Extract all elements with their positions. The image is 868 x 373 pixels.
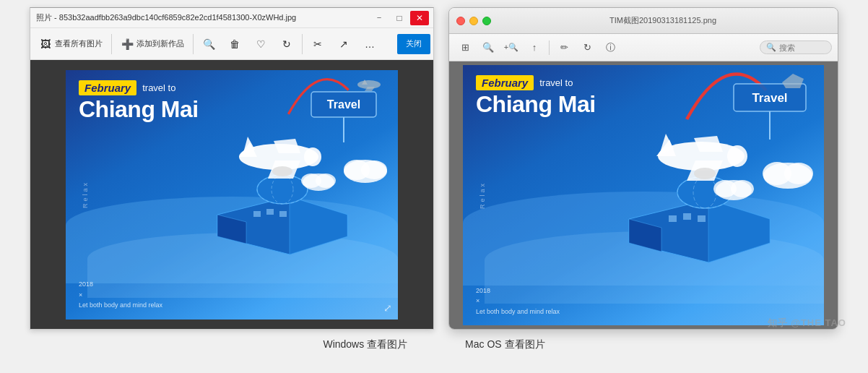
windows-viewer: 照片 - 853b32aadfbb263a9dbc140cf6859c82e2c… [30,7,434,330]
edit-button[interactable]: ✂ [305,32,330,56]
mac-caption: Mac OS 查看图片 [465,338,544,351]
windows-caption: Windows 查看图片 [323,338,407,351]
svg-point-21 [361,160,387,179]
mac-info-button[interactable]: ⓘ [600,38,620,57]
travel-to-text: travel to [142,82,175,93]
windows-toolbar: 🖼 查看所有图片 ➕ 添加到新作品 🔍 🗑 ♡ ↻ ✂ [30,28,433,60]
mac-toolbar-divider [549,40,550,55]
edit-icon: ✂ [311,38,324,51]
heart-button[interactable]: ♡ [248,32,273,56]
share-button[interactable]: ↗ [331,32,356,56]
february-tag: February [79,80,136,95]
mac-edit-icon: ✏ [560,42,568,53]
mac-zoom-in-button[interactable]: +🔍 [501,38,521,57]
maximize-button[interactable]: □ [390,11,409,25]
svg-rect-6 [253,211,261,217]
svg-point-52 [731,180,754,197]
view-all-label: 查看所有图片 [55,38,103,49]
mac-viewer: TIM截图20190313181125.png ⊞ 🔍 +🔍 ↑ ✏ ↻ [448,7,838,330]
close-button[interactable]: ✕ [410,11,429,25]
mac-maximize-dot[interactable] [482,17,491,25]
windows-titlebar: 照片 - 853b32aadfbb263a9dbc140cf6859c82e2c… [30,8,433,28]
mac-toolbar: ⊞ 🔍 +🔍 ↑ ✏ ↻ ⓘ 🔍 [449,34,838,61]
close-action-button[interactable]: 关闭 [397,34,430,54]
svg-text:Travel: Travel [327,98,360,111]
add-icon: ➕ [121,38,134,51]
mac-titlebar: TIM截图20190313181125.png [449,8,838,34]
rotate-icon: ↻ [280,38,293,51]
mac-edit-button[interactable]: ✏ [554,38,574,57]
svg-rect-35 [683,213,691,220]
watermark: 知乎 @THE TAO [768,317,846,330]
cloud-decoration-2 [297,164,340,193]
minimize-button[interactable]: － [370,11,389,25]
mac-zoom-in-icon: +🔍 [504,43,518,52]
view-all-button[interactable]: 🖼 查看所有图片 [33,32,108,56]
mac-zoom-out-button[interactable]: 🔍 [478,38,498,57]
add-label: 添加到新作品 [136,38,184,49]
mac-info-icon: ⓘ [606,41,615,54]
rotate-button[interactable]: ↻ [274,32,299,56]
mac-filename: TIM截图20190313181125.png [609,15,716,26]
heart-icon: ♡ [254,38,267,51]
windows-image-area: Travel [30,60,433,329]
delete-icon: 🗑 [228,38,241,51]
mac-poster: Travel [463,65,824,325]
svg-point-49 [784,163,813,184]
svg-point-17 [272,166,292,176]
photo-icon: 🖼 [39,38,52,51]
svg-rect-8 [279,211,287,217]
title-controls: － □ ✕ [370,11,429,25]
mac-search-box[interactable]: 🔍 [760,40,832,54]
main-container: 照片 - 853b32aadfbb263a9dbc140cf6859c82e2c… [7,7,861,330]
svg-rect-36 [698,215,706,222]
add-button[interactable]: ➕ 添加到新作品 [115,32,190,56]
zoom-in-button[interactable]: 🔍 [196,32,221,56]
windows-poster: Travel [66,70,398,320]
mac-zoom-out-icon: 🔍 [482,42,494,53]
mac-minimize-dot[interactable] [469,17,478,25]
more-icon: … [363,38,376,51]
mac-close-dot[interactable] [456,17,465,25]
svg-point-41 [727,145,747,167]
mac-small-object [778,68,811,93]
svg-rect-7 [266,209,274,215]
mac-february-tag: February [476,75,534,90]
mac-toggle-button[interactable]: ⊞ [455,38,475,57]
delete-button[interactable]: 🗑 [222,32,247,56]
mac-share-button[interactable]: ↑ [524,38,544,57]
mac-image-area: Travel [449,61,838,329]
zoom-in-icon: 🔍 [202,38,215,51]
bottom-labels: Windows 查看图片 Mac OS 查看图片 [7,338,861,351]
mac-title: TIM截图20190313181125.png [495,15,830,26]
svg-point-24 [316,173,336,188]
cloud-decoration [337,150,394,186]
svg-marker-53 [782,74,804,88]
share-icon: ↗ [337,38,350,51]
svg-rect-34 [669,215,677,222]
mac-toggle-icon: ⊞ [461,42,469,53]
mac-rotate-button[interactable]: ↻ [577,38,597,57]
more-button[interactable]: … [357,32,382,56]
mac-search-input[interactable] [779,43,830,52]
mac-share-icon: ↑ [532,42,537,53]
mac-rotate-icon: ↻ [583,42,591,53]
mac-travel-to: travel to [539,77,573,88]
mac-search-icon: 🔍 [766,43,776,52]
windows-title: 照片 - 853b32aadfbb263a9dbc140cf6859c82e2c… [36,12,370,23]
mac-cloud-2 [708,170,759,202]
toolbar-right: 关闭 [397,34,430,54]
toolbar-divider-2 [193,34,194,54]
toolbar-divider-3 [302,34,303,54]
mac-cloud-1 [755,152,820,192]
toolbar-divider-1 [111,34,112,54]
small-airplane [355,74,383,95]
